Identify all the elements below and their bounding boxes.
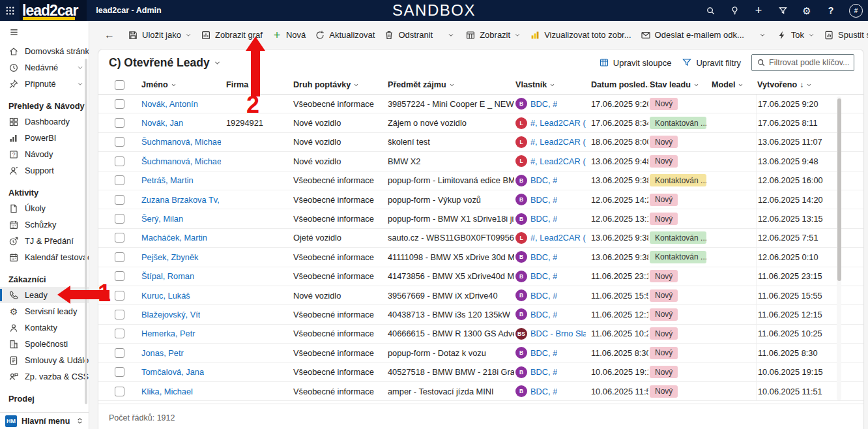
- lead-name-link[interactable]: Jonas, Petr: [141, 348, 184, 358]
- owner-link[interactable]: BDC, #: [530, 195, 557, 205]
- lead-name-link[interactable]: Novák, Jan: [141, 118, 183, 128]
- lead-row[interactable]: Jonas, PetrVšeobecné informacepopup-form…: [98, 344, 863, 362]
- sidebar-item-navody[interactable]: ?Návody: [0, 146, 89, 162]
- owner-link[interactable]: BDC, #: [530, 348, 557, 358]
- sidebar-area-switcher[interactable]: HM Hlavní menu: [0, 412, 89, 429]
- lead-name-link[interactable]: Petráš, Martin: [141, 175, 194, 185]
- owner-link[interactable]: BDC, #: [530, 99, 557, 109]
- lead-name-link[interactable]: Šuchmanová, Michaela: [141, 156, 221, 166]
- column-header-jmeno[interactable]: Jméno: [140, 76, 225, 94]
- run-report-button[interactable]: Spustit sestavu: [819, 27, 868, 44]
- lead-row[interactable]: Štípal, RomanVšeobecné informace41473856…: [98, 267, 863, 286]
- sidebar-item-zp-vazba-css[interactable]: Zp. vazba & CSS: [0, 368, 89, 385]
- row-checkbox[interactable]: [115, 271, 124, 281]
- row-checkbox[interactable]: [115, 137, 124, 147]
- owner-link[interactable]: BDC, #: [530, 291, 557, 301]
- sidebar-item-spolecnosti[interactable]: Společnosti: [0, 336, 89, 352]
- lead-row[interactable]: Blažejovský, VítVšeobecné informace40438…: [98, 305, 863, 324]
- owner-link[interactable]: BDC, #: [530, 214, 557, 224]
- view-selector-title[interactable]: C) Otevřené Leady: [109, 56, 221, 70]
- lead-row[interactable]: Hemerka, PetrVšeobecné informace40666615…: [98, 325, 863, 344]
- owner-link[interactable]: BDC, #: [530, 175, 557, 185]
- help-icon[interactable]: ?: [825, 5, 837, 16]
- lead-name-link[interactable]: Klika, Michael: [141, 387, 193, 396]
- more-commands-1-button[interactable]: [441, 27, 461, 44]
- lead-row[interactable]: Šuchmanová, MichaelaNové vozidloBMW X2L#…: [98, 152, 863, 171]
- sidebar-item-servisni-leady[interactable]: ⚙Servisní leady: [0, 303, 89, 319]
- edit-filters-button[interactable]: Upravit filtry: [682, 57, 741, 68]
- lead-name-link[interactable]: Šerý, Milan: [141, 214, 183, 224]
- row-checkbox[interactable]: [115, 329, 124, 338]
- lead-row[interactable]: Novák, Jan19294921Nové vozidloZájem o no…: [98, 113, 863, 132]
- lead-name-link[interactable]: Štípal, Roman: [141, 271, 194, 281]
- lead-row[interactable]: Tomčalová, JanaVšeobecné informace405275…: [98, 362, 863, 381]
- column-header-vlastnik[interactable]: Vlastník: [514, 76, 590, 94]
- sidebar-item-kalendar-testovac[interactable]: Kalendář testovac...: [0, 249, 89, 265]
- sidebar-item-tj-predani[interactable]: TJ & Předání: [0, 233, 89, 249]
- row-checkbox[interactable]: [115, 252, 124, 262]
- add-icon[interactable]: +: [753, 5, 764, 16]
- delete-button[interactable]: Odstranit: [379, 27, 437, 44]
- edit-columns-button[interactable]: Upravit sloupce: [599, 57, 672, 68]
- lead-name-link[interactable]: Šuchmanová, Michaela: [141, 137, 221, 147]
- owner-link[interactable]: BDC, #: [530, 310, 557, 319]
- waffle-menu-icon[interactable]: [0, 0, 20, 21]
- row-checkbox[interactable]: [115, 233, 124, 243]
- email-link-button[interactable]: Odeslat e-mailem odk...: [636, 27, 749, 44]
- filter-icon[interactable]: [777, 5, 788, 16]
- sidebar-item-pripnute[interactable]: Připnuté: [0, 76, 89, 92]
- lead-row[interactable]: Šerý, MilanVšeobecné informacepopup-form…: [98, 209, 863, 228]
- sidebar-item-support[interactable]: Support: [0, 162, 89, 179]
- lead-row[interactable]: Zuzana Brzakova Tv, PrimaVšeobecné infor…: [98, 190, 863, 209]
- owner-link[interactable]: BDC - Brno Slat...: [530, 329, 586, 338]
- back-button[interactable]: ←: [100, 27, 119, 44]
- lead-row[interactable]: Klika, MichaelVšeobecné informaceamper -…: [98, 382, 863, 401]
- owner-link[interactable]: #, Lead2CAR (O...: [530, 156, 586, 166]
- lead-name-link[interactable]: Blažejovský, Vít: [141, 310, 200, 319]
- save-as-button[interactable]: Uložit jako: [123, 27, 196, 44]
- settings-icon[interactable]: ⚙: [801, 5, 813, 16]
- column-header-model[interactable]: Model: [710, 76, 756, 94]
- owner-link[interactable]: BDC, #: [530, 367, 557, 377]
- view-selector-button[interactable]: Zobrazit: [461, 27, 525, 44]
- row-checkbox[interactable]: [115, 195, 124, 205]
- new-button[interactable]: +Nová: [267, 27, 310, 44]
- sidebar-item-domovska-stranka[interactable]: Domovská stránka: [0, 43, 89, 59]
- lightbulb-icon[interactable]: [729, 5, 740, 16]
- more-commands-2-button[interactable]: [753, 27, 772, 44]
- sidebar-item-dashboardy[interactable]: Dashboardy: [0, 113, 89, 130]
- lead-name-link[interactable]: Kuruc, Lukáš: [141, 291, 190, 301]
- search-icon[interactable]: [704, 5, 716, 16]
- sidebar-item-smlouvy-udalosti[interactable]: Smlouvy & Události: [0, 352, 89, 368]
- column-header-datum[interactable]: Datum posled...: [590, 76, 648, 94]
- owner-link[interactable]: #, Lead2CAR (O...: [530, 233, 586, 243]
- row-checkbox[interactable]: [115, 367, 124, 377]
- lead-name-link[interactable]: Novák, Antonín: [141, 99, 198, 109]
- sidebar-item-ukoly[interactable]: Úkoly: [0, 200, 89, 216]
- visualize-view-button[interactable]: Vizualizovat toto zobr...: [525, 27, 635, 44]
- sidebar-item-powerbi[interactable]: PowerBI: [0, 130, 89, 146]
- sidebar-item-nedavne[interactable]: Nedávné: [0, 59, 89, 76]
- lead-name-link[interactable]: Macháček, Martin: [141, 233, 207, 243]
- row-checkbox[interactable]: [115, 348, 124, 358]
- row-checkbox[interactable]: [115, 175, 124, 185]
- lead-name-link[interactable]: Tomčalová, Jana: [141, 367, 204, 377]
- lead-row[interactable]: Šuchmanová, MichaelaNové vozidloškolení …: [98, 133, 863, 152]
- owner-link[interactable]: BDC, #: [530, 252, 557, 262]
- sidebar-item-kontakty[interactable]: Kontakty: [0, 319, 89, 336]
- lead-row[interactable]: Pejšek, ZbyněkVšeobecné informace4111109…: [98, 248, 863, 267]
- lead-row[interactable]: Novák, AntonínVšeobecné informace3985722…: [98, 95, 863, 113]
- row-checkbox[interactable]: [115, 291, 124, 301]
- lead-row[interactable]: Macháček, MartinOjeté vozidlosauto.cz - …: [98, 229, 863, 248]
- flow-button[interactable]: Tok: [772, 27, 819, 44]
- lead-name-link[interactable]: Zuzana Brzakova Tv, Prima: [141, 195, 221, 205]
- owner-link[interactable]: #, Lead2CAR (O...: [530, 118, 586, 128]
- user-avatar[interactable]: #: [849, 4, 863, 18]
- row-checkbox[interactable]: [115, 214, 124, 224]
- select-all-checkbox[interactable]: [115, 80, 124, 90]
- lead-row[interactable]: Kuruc, LukášNové vozidlo39567669 - BMW i…: [98, 286, 863, 305]
- keyword-filter-input[interactable]: [769, 58, 849, 67]
- lead-name-link[interactable]: Hemerka, Petr: [141, 329, 195, 338]
- row-checkbox[interactable]: [115, 156, 124, 166]
- row-checkbox[interactable]: [115, 387, 124, 396]
